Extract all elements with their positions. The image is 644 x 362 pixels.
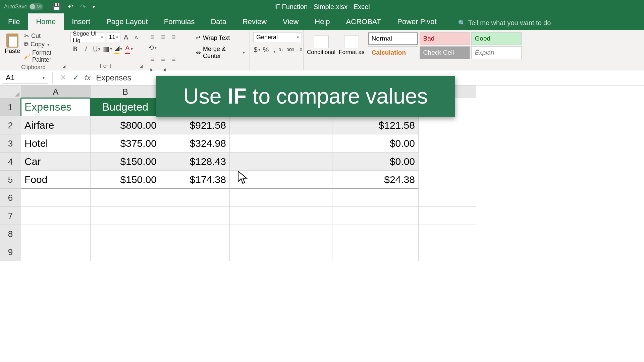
cell-e8[interactable] <box>332 225 419 243</box>
increase-font-icon[interactable]: A <box>122 33 130 42</box>
cell-b2[interactable]: $800.00 <box>91 116 160 134</box>
cell-c2[interactable]: $921.58 <box>160 116 230 134</box>
cell-e7[interactable] <box>332 207 419 225</box>
col-header-a[interactable]: A <box>21 85 91 98</box>
decrease-decimal-icon[interactable]: .00→.0 <box>290 45 300 54</box>
tab-acrobat[interactable]: ACROBAT <box>338 13 389 30</box>
conditional-formatting-button[interactable]: Conditional <box>307 36 335 56</box>
cell-e4[interactable]: $0.00 <box>332 153 419 171</box>
style-good[interactable]: Good <box>471 32 522 45</box>
cell-e6[interactable] <box>332 189 419 207</box>
qat-customize-icon[interactable]: ▾ <box>93 4 95 9</box>
tab-page-layout[interactable]: Page Layout <box>98 13 156 30</box>
border-button[interactable]: ▦▾ <box>103 44 112 54</box>
row-header-7[interactable]: 7 <box>0 207 21 225</box>
format-painter-button[interactable]: 🖌Format Painter <box>24 49 63 63</box>
row-header-2[interactable]: 2 <box>0 116 21 134</box>
bold-button[interactable]: B <box>70 44 80 54</box>
cell-c9[interactable] <box>160 243 230 261</box>
row-header-1[interactable]: 1 <box>0 98 21 116</box>
underline-button[interactable]: U▾ <box>92 44 101 54</box>
row-header-8[interactable]: 8 <box>0 225 21 243</box>
cell-a7[interactable] <box>21 207 91 225</box>
decrease-font-icon[interactable]: A <box>132 33 141 42</box>
align-left-icon[interactable]: ≡ <box>148 54 157 64</box>
cell-f9[interactable] <box>419 243 476 261</box>
font-color-button[interactable]: A▾ <box>124 44 133 54</box>
row-header-5[interactable]: 5 <box>0 171 21 189</box>
autosave-toggle[interactable]: AutoSave Off <box>4 3 43 10</box>
cell-c3[interactable]: $324.98 <box>160 134 230 153</box>
style-check-cell[interactable]: Check Cell <box>420 46 470 59</box>
cell-d8[interactable] <box>230 225 332 243</box>
cell-c6[interactable] <box>160 189 230 207</box>
tab-home[interactable]: Home <box>28 13 64 30</box>
fx-icon[interactable]: fx <box>85 73 91 82</box>
font-name-select[interactable]: Segoe UI Lig▾ <box>70 32 105 42</box>
cell-e2[interactable]: $121.58 <box>332 116 419 134</box>
align-top-icon[interactable]: ≡ <box>148 32 157 42</box>
select-all-button[interactable] <box>0 85 21 98</box>
confirm-icon[interactable]: ✓ <box>73 73 79 82</box>
cell-f8[interactable] <box>419 225 476 243</box>
cell-d7[interactable] <box>230 207 332 225</box>
cell-e3[interactable]: $0.00 <box>332 134 419 153</box>
cell-b4[interactable]: $150.00 <box>91 153 160 171</box>
cell-d5[interactable] <box>230 171 332 189</box>
align-middle-icon[interactable]: ≡ <box>158 32 168 42</box>
cell-a9[interactable] <box>21 243 91 261</box>
cell-c5[interactable]: $174.38 <box>160 171 230 189</box>
cell-d2[interactable] <box>230 116 332 134</box>
tab-file[interactable]: File <box>0 13 28 30</box>
italic-button[interactable]: I <box>81 44 91 54</box>
row-header-3[interactable]: 3 <box>0 134 21 153</box>
cell-a1[interactable]: Expenses <box>21 98 91 116</box>
cell-a5[interactable]: Food <box>21 171 91 189</box>
cell-a2[interactable]: Airfare <box>21 116 91 134</box>
save-icon[interactable]: 💾 <box>53 3 61 11</box>
cell-a3[interactable]: Hotel <box>21 134 91 153</box>
cell-d4[interactable] <box>230 153 332 171</box>
cell-a6[interactable] <box>21 189 91 207</box>
percent-icon[interactable]: % <box>262 45 269 54</box>
row-header-6[interactable]: 6 <box>0 189 21 207</box>
cell-a8[interactable] <box>21 225 91 243</box>
cell-e5[interactable]: $24.38 <box>332 171 419 189</box>
copy-button[interactable]: ⧉Copy▾ <box>24 41 63 48</box>
tab-data[interactable]: Data <box>203 13 234 30</box>
cell-a4[interactable]: Car <box>21 153 91 171</box>
cell-b9[interactable] <box>91 243 160 261</box>
cut-button[interactable]: ✂Cut <box>24 32 63 40</box>
align-right-icon[interactable]: ≡ <box>169 54 178 64</box>
cell-b5[interactable]: $150.00 <box>91 171 160 189</box>
font-size-select[interactable]: 11▾ <box>107 32 120 42</box>
name-box[interactable]: A1▾ <box>2 72 48 84</box>
increase-decimal-icon[interactable]: .0←.00 <box>280 45 289 54</box>
align-bottom-icon[interactable]: ≡ <box>169 32 178 42</box>
tab-review[interactable]: Review <box>234 13 275 30</box>
col-header-b[interactable]: B <box>91 85 160 98</box>
orientation-icon[interactable]: ⟲▾ <box>148 43 157 52</box>
font-dialog-icon[interactable]: ◢ <box>140 64 143 69</box>
cell-c8[interactable] <box>160 225 230 243</box>
style-calculation[interactable]: Calculation <box>368 46 418 59</box>
cell-f7[interactable] <box>419 207 476 225</box>
cell-c7[interactable] <box>160 207 230 225</box>
tab-help[interactable]: Help <box>307 13 338 30</box>
cell-c4[interactable]: $128.43 <box>160 153 230 171</box>
style-normal[interactable]: Normal <box>368 32 418 45</box>
cell-b3[interactable]: $375.00 <box>91 134 160 153</box>
merge-center-button[interactable]: ⇔Merge & Center▾ <box>195 44 246 62</box>
row-header-4[interactable]: 4 <box>0 153 21 171</box>
format-as-table-button[interactable]: Format as <box>339 36 365 56</box>
accounting-icon[interactable]: $▾ <box>253 45 261 54</box>
clipboard-dialog-icon[interactable]: ◢ <box>62 64 65 69</box>
number-format-select[interactable]: General▾ <box>253 32 302 42</box>
align-center-icon[interactable]: ≡ <box>158 54 168 64</box>
cancel-icon[interactable]: ✕ <box>60 73 66 82</box>
cell-f6[interactable] <box>419 189 476 207</box>
cell-b8[interactable] <box>91 225 160 243</box>
cell-d6[interactable] <box>230 189 332 207</box>
paste-button[interactable]: Paste <box>3 32 21 63</box>
tab-formulas[interactable]: Formulas <box>156 13 203 30</box>
